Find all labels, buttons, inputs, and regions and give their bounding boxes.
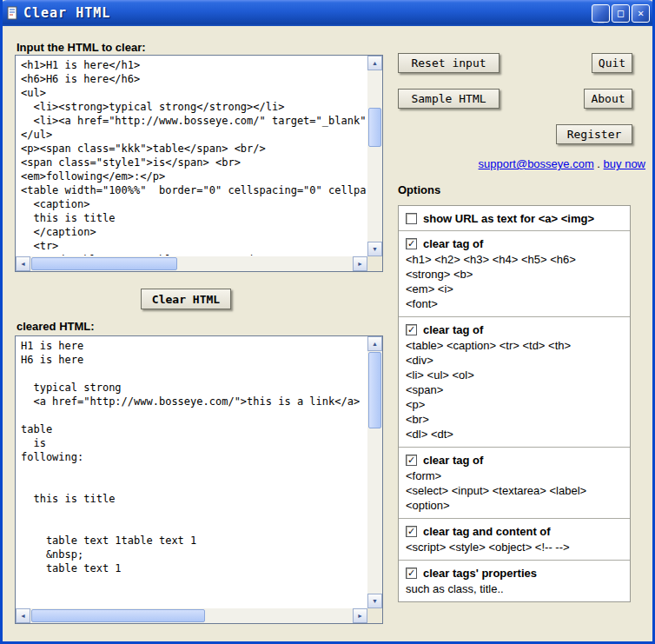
vertical-scrollbar-thumb[interactable]	[368, 352, 381, 428]
clear-properties-checkbox[interactable]: ✓	[406, 568, 417, 579]
register-button[interactable]: Register	[556, 124, 632, 144]
arrow-up-icon: ▲	[372, 60, 378, 66]
scroll-down-button[interactable]: ▼	[367, 242, 382, 256]
options-panel: show URL as text for <a> <img> ✓ clear t…	[398, 205, 631, 602]
clear-structure-checkbox[interactable]: ✓	[406, 324, 417, 335]
horizontal-scrollbar-thumb[interactable]	[31, 609, 205, 622]
minimize-button[interactable]: _	[592, 4, 610, 23]
clear-forms-checkbox[interactable]: ✓	[406, 455, 417, 466]
tag-list-line: <option>	[406, 499, 623, 513]
tag-list-line: <script> <style> <object> <!-- -->	[406, 541, 623, 554]
option-title: clear tag and content of	[423, 525, 551, 538]
output-section-label: cleared HTML:	[17, 320, 95, 333]
quit-button[interactable]: Quit	[592, 53, 632, 73]
window-title: Clear HTML	[23, 7, 110, 20]
clear-html-button[interactable]: Clear HTML	[141, 289, 231, 309]
input-html-textbox: <h1>H1 is here</h1> <h6>H6 is here</h6> …	[15, 55, 383, 272]
tag-list-line: <span>	[406, 383, 623, 397]
input-section-label: Input the HTML to clear:	[17, 41, 146, 54]
window-controls: _ □ ✕	[592, 4, 650, 23]
options-heading: Options	[398, 183, 440, 196]
tag-list-line: <font>	[406, 297, 623, 311]
link-separator: .	[594, 157, 604, 170]
support-email-link[interactable]: support@bosseye.com	[479, 157, 594, 170]
tag-list-line: <select> <input> <textarea> <label>	[406, 484, 623, 498]
app-window: Clear HTML _ □ ✕ Input the HTML to clear…	[0, 0, 655, 644]
option-clear-forms: ✓ clear tag of <form> <select> <input> <…	[399, 447, 630, 518]
scroll-up-button[interactable]: ▲	[367, 56, 382, 70]
option-title: show URL as text for <a> <img>	[423, 212, 594, 225]
scroll-right-button[interactable]: ►	[353, 256, 367, 271]
tag-list-line: <em> <i>	[406, 282, 623, 296]
option-clear-properties: ✓ clear tags' properties such as class, …	[399, 560, 630, 601]
sample-html-button[interactable]: Sample HTML	[398, 89, 500, 109]
tag-list-line: <li> <ul> <ol>	[406, 368, 623, 382]
tag-list-line: <strong> <b>	[406, 268, 623, 282]
scroll-down-button[interactable]: ▼	[367, 594, 382, 608]
tag-list-line: <table> <caption> <tr> <td> <th>	[406, 339, 623, 353]
scroll-up-button[interactable]: ▲	[367, 336, 382, 351]
clear-content-checkbox[interactable]: ✓	[406, 526, 417, 537]
clear-headings-checkbox[interactable]: ✓	[406, 238, 417, 249]
horizontal-scrollbar-thumb[interactable]	[31, 257, 177, 270]
scrollbar-corner	[367, 256, 382, 271]
arrow-right-icon: ►	[357, 613, 363, 619]
tag-list-line: <div>	[406, 354, 623, 368]
option-title: clear tag of	[423, 323, 483, 336]
arrow-left-icon: ◄	[20, 613, 26, 619]
option-clear-structure: ✓ clear tag of <table> <caption> <tr> <t…	[399, 316, 630, 447]
tag-list-line: <form>	[406, 469, 623, 483]
app-icon	[5, 6, 19, 20]
support-links: support@bosseye.com . buy now	[398, 157, 645, 170]
tag-list-line: <p>	[406, 398, 623, 412]
arrow-up-icon: ▲	[372, 341, 378, 347]
cleared-html-textarea[interactable]: H1 is here H6 is here typical strong <a …	[17, 337, 367, 607]
close-button[interactable]: ✕	[632, 4, 650, 23]
arrow-left-icon: ◄	[20, 261, 26, 267]
input-vertical-scrollbar[interactable]: ▲ ▼	[367, 56, 382, 256]
option-clear-headings: ✓ clear tag of <h1> <h2> <h3> <h4> <h5> …	[399, 230, 630, 316]
output-vertical-scrollbar[interactable]: ▲ ▼	[367, 336, 382, 608]
maximize-button[interactable]: □	[612, 4, 630, 23]
option-clear-tag-and-content: ✓ clear tag and content of <script> <sty…	[399, 518, 630, 560]
option-title: clear tag of	[423, 454, 483, 467]
input-html-textarea[interactable]: <h1>H1 is here</h1> <h6>H6 is here</h6> …	[17, 56, 367, 256]
show-url-checkbox[interactable]	[406, 213, 417, 224]
reset-input-button[interactable]: Reset input	[398, 53, 500, 73]
input-horizontal-scrollbar[interactable]: ◄ ►	[16, 256, 367, 271]
tag-list-line: <h1> <h2> <h3> <h4> <h5> <h6>	[406, 253, 623, 267]
scroll-left-button[interactable]: ◄	[16, 256, 30, 271]
arrow-down-icon: ▼	[372, 246, 378, 252]
option-show-url: show URL as text for <a> <img>	[399, 206, 630, 230]
tag-list-line: <br>	[406, 413, 623, 427]
scroll-left-button[interactable]: ◄	[16, 608, 30, 623]
option-title: clear tag of	[423, 237, 483, 250]
cleared-html-textbox: H1 is here H6 is here typical strong <a …	[15, 335, 383, 624]
title-bar[interactable]: Clear HTML _ □ ✕	[0, 0, 655, 26]
vertical-scrollbar-thumb[interactable]	[368, 108, 381, 147]
arrow-down-icon: ▼	[372, 598, 378, 604]
scrollbar-corner	[367, 608, 382, 623]
scroll-right-button[interactable]: ►	[353, 608, 367, 623]
tag-list-line: such as class, title..	[406, 582, 623, 596]
arrow-right-icon: ►	[357, 261, 363, 267]
about-button[interactable]: About	[584, 89, 632, 109]
buy-now-link[interactable]: buy now	[604, 157, 645, 170]
tag-list-line: <dl> <dt>	[406, 428, 623, 442]
option-title: clear tags' properties	[423, 567, 537, 580]
output-horizontal-scrollbar[interactable]: ◄ ►	[16, 608, 367, 623]
